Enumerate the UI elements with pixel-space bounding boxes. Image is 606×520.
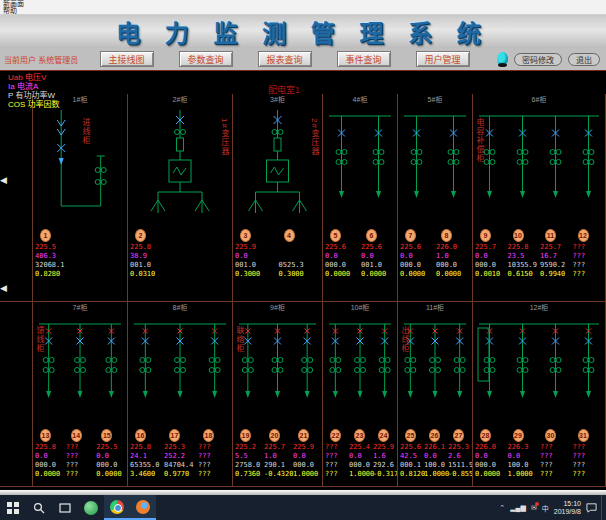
feeder-badge[interactable]: 9 — [480, 229, 491, 242]
feeder-badge[interactable]: 18 — [203, 429, 214, 442]
feeder-value-voltage: 225.6 — [400, 243, 436, 252]
parameter-query-button[interactable]: 参数查询 — [179, 51, 233, 67]
feeder-badge[interactable]: 1 — [40, 229, 51, 242]
feeder-readout-column: 23225.40.0000.01.0000 — [349, 429, 373, 479]
feeder-badge[interactable]: 20 — [269, 429, 280, 442]
feeder-readout-column: 1225.5406.332068.10.8280 — [35, 229, 127, 279]
scroll-left-arrow[interactable]: ◀ — [0, 175, 7, 185]
feeder-badge[interactable]: 2 — [135, 229, 146, 242]
feeder-value-current: 2.6 — [448, 452, 472, 461]
main-wiring-diagram-button[interactable]: 主接线图 — [100, 51, 154, 67]
feeder-badge[interactable]: 30 — [545, 429, 556, 442]
feeder-badge[interactable]: 29 — [513, 429, 524, 442]
feeder-badge[interactable]: 31 — [578, 429, 589, 442]
feeder-badge[interactable]: 22 — [330, 429, 341, 442]
feeder-badge[interactable]: 17 — [169, 429, 180, 442]
bay-label: 2#柜 — [128, 94, 232, 106]
feeder-badge[interactable]: 13 — [40, 429, 51, 442]
feeder-value-cos: 0.3000 — [235, 270, 279, 279]
feeder-badge[interactable]: 3 — [240, 229, 251, 242]
feeder-badge[interactable]: 5 — [330, 229, 341, 242]
feeder-readout-column: 17225.3252.284704.40.9770 — [164, 429, 198, 479]
bay-8#柜: 8#柜16225.824.165355.03.460017225.3252.28… — [128, 302, 233, 486]
feeder-badge[interactable]: 7 — [405, 229, 416, 242]
feeder-value-cos: 0.0000 — [361, 270, 397, 279]
status-lamp-icon — [497, 52, 506, 67]
feeder-value-power: ??? — [325, 461, 349, 470]
feeder-badge[interactable]: 10 — [513, 229, 524, 242]
feeder-badge[interactable]: 4 — [284, 229, 295, 242]
menu-item-new-view[interactable]: 新画面 — [3, 0, 606, 7]
bay-10#柜: 10#柜22????????????23225.40.0000.01.00002… — [323, 302, 398, 486]
feeder-badge[interactable]: 16 — [135, 429, 146, 442]
ime-indicator[interactable]: 中 — [542, 503, 549, 513]
feeder-readout-column: 19225.25.52758.00.7360 — [235, 429, 264, 479]
start-button[interactable] — [0, 495, 26, 520]
feeder-badge[interactable]: 21 — [298, 429, 309, 442]
menu-item-help[interactable]: 帮助 — [3, 7, 606, 14]
browser-app-icon — [110, 500, 124, 514]
bay-diagram-area: 联络柜 — [233, 314, 322, 429]
user-management-button[interactable]: 用户管理 — [416, 51, 470, 67]
feeder-badge[interactable]: 6 — [366, 229, 377, 242]
bay-label: 10#柜 — [323, 302, 397, 314]
bay-readouts: 22????????????23225.40.0000.01.000024225… — [323, 429, 397, 479]
action-center-icon — [586, 502, 597, 513]
change-password-button[interactable]: 密码修改 — [514, 53, 562, 66]
feeder-value-power: 1511.9 — [448, 461, 472, 470]
task-view-button[interactable] — [52, 495, 78, 520]
bay-label: 7#柜 — [33, 302, 127, 314]
show-desktop-button[interactable] — [601, 495, 606, 520]
action-center-button[interactable] — [586, 502, 597, 514]
feeder-badge[interactable]: 12 — [578, 229, 589, 242]
taskbar-app-green[interactable] — [78, 495, 104, 520]
feeder-badge[interactable]: 14 — [71, 429, 82, 442]
feeder-badge[interactable]: 15 — [101, 429, 112, 442]
feeder-readout-column: 31???????????? — [573, 429, 606, 479]
feeder-value-voltage: 225.5 — [96, 443, 127, 452]
feeder-badge[interactable]: 11 — [545, 229, 556, 242]
feeder-value-voltage: 225.4 — [349, 443, 373, 452]
scroll-left-arrow[interactable]: ◀ — [0, 283, 7, 293]
feeder-readout-column: 7225.60.0000.00.0000 — [400, 229, 436, 279]
feeder-badge[interactable]: 25 — [405, 429, 416, 442]
feeder-badge[interactable]: 19 — [240, 429, 251, 442]
logout-button[interactable]: 退出 — [568, 53, 600, 66]
report-query-button[interactable]: 报表查询 — [258, 51, 312, 67]
feeder-value-cos: 0.0000 — [325, 270, 361, 279]
event-query-button[interactable]: 事件查询 — [337, 51, 391, 67]
taskbar-app-scada[interactable] — [130, 495, 156, 520]
bay-readouts: 7225.60.0000.00.00008226.01.0000.00.0000 — [398, 229, 472, 279]
bay-5#柜: 5#柜7225.60.0000.00.00008226.01.0000.00.0… — [398, 94, 473, 301]
feeder-badge[interactable]: 24 — [378, 429, 389, 442]
taskbar-clock[interactable]: 15:10 2019/9/8 — [554, 500, 581, 516]
notification-badge-icon[interactable]: ✉ — [531, 504, 537, 512]
feeder-readout-column: 13225.80.0000.00.0000 — [35, 429, 66, 479]
bay-label: 4#柜 — [323, 94, 397, 106]
bay-label: 8#柜 — [128, 302, 232, 314]
feeder-value-current: 23.5 — [508, 252, 541, 261]
bay-diagram-area — [323, 314, 397, 429]
bay-1#柜: 1#柜进线柜1225.5406.332068.10.8280 — [33, 94, 128, 301]
feeder-value-cos: 0.9770 — [164, 470, 198, 479]
feeder-badge[interactable]: 28 — [480, 429, 491, 442]
feeder-value-voltage: 225.6 — [400, 443, 424, 452]
feeder-value-current: 24.1 — [130, 452, 164, 461]
bay-readouts: 28226.00.0000.00.000029226.30.0100.01.00… — [473, 429, 605, 479]
feeder-value-power: 000.0 — [400, 261, 436, 270]
feeder-value-voltage: ??? — [198, 443, 232, 452]
feeder-badge[interactable]: 26 — [429, 429, 440, 442]
feeder-badge[interactable]: 27 — [453, 429, 464, 442]
feeder-value-power: 84704.4 — [164, 461, 198, 470]
feeder-readout-column: 25225.642.5000.10.8120 — [400, 429, 424, 479]
feeder-badge[interactable]: 23 — [354, 429, 365, 442]
network-icon[interactable]: ▂▄▆ — [510, 504, 526, 512]
tray-expand-icon[interactable]: ⌃ — [499, 504, 505, 512]
feeder-value-power: 10355.9 — [508, 261, 541, 270]
taskbar-search-button[interactable] — [26, 495, 52, 520]
feeder-value-voltage: 225.7 — [475, 243, 508, 252]
taskbar-app-browser[interactable] — [104, 495, 130, 520]
feeder-value-voltage: 225.3 — [164, 443, 198, 452]
feeder-value-current: ??? — [573, 252, 606, 261]
feeder-badge[interactable]: 8 — [441, 229, 452, 242]
